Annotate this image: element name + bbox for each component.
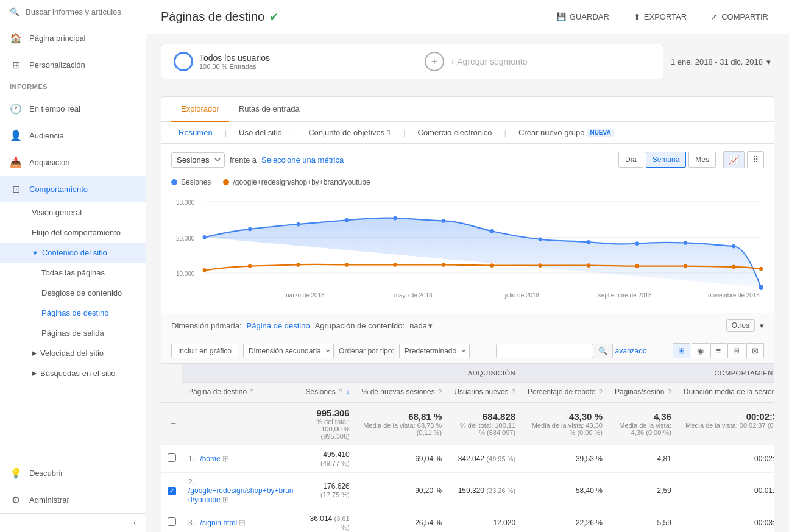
table-search-button[interactable]: 🔍 [593,344,613,358]
row3-page-link[interactable]: /signin.html [200,519,237,527]
row3-checkbox[interactable] [168,517,176,526]
sidebar-item-audience[interactable]: 👤 Audiencia [0,122,146,149]
svg-text:noviembre de 2018: noviembre de 2018 [708,291,760,299]
data-table: Adquisición Comportamiento Conversiones … [161,364,774,532]
sessions-col-header[interactable]: Sesiones ? ↓ [299,383,355,403]
verified-icon: ✔ [269,10,278,24]
reports-section-label: INFORMES [0,78,146,95]
sidebar-item-acquisition[interactable]: 📥 Adquisición [0,149,146,176]
chevron-right-icon: ▶ [32,349,37,357]
row3-new-sessions-cell: 26,54 % [356,509,448,532]
sub-tab-ecommerce[interactable]: Comercio electrónico [411,122,500,143]
share-button[interactable]: ↗ COMPARTIR [705,9,774,25]
grid-view-button[interactable]: ⊞ [673,343,690,358]
total-label-cell [182,402,299,445]
sub-tab-resumen[interactable]: Resumen [171,122,220,143]
sidebar-sub-item-site-content[interactable]: ▼ Contenido del sitio [0,243,146,263]
tab-rutas[interactable]: Rutas de entrada [229,97,310,122]
sub-tab-uso[interactable]: Uso del sitio [232,122,289,143]
svg-point-28 [635,264,639,268]
time-btn-week[interactable]: Semana [646,152,687,168]
row2-page-link[interactable]: /google+redesign/shop+by+brand/youtube [188,486,293,504]
vs-text: frente a [230,155,257,165]
row1-page-link[interactable]: /home [200,455,220,463]
chart-legend: Sesiones /google+redesign/shop+by+brand/… [161,176,774,191]
sort-type-dropdown[interactable]: Predeterminado [399,344,470,358]
total-new-sessions-sub: Media de la vista: 68,73 % (0,11 %) [362,422,442,436]
sidebar-nav-item-custom[interactable]: ⊞ Personalización [0,51,146,78]
sidebar-sub-item-flow[interactable]: Flujo del comportamiento [0,222,146,243]
sidebar-sub-item-overview[interactable]: Visión general [0,202,146,222]
behavior-icon: ⊡ [10,183,22,195]
pivot-view-button[interactable]: ⊟ [727,343,745,358]
row1-link-icon[interactable]: ⊞ [222,454,229,463]
total-pages-value: 4,36 [615,411,671,422]
sidebar-nav-item-home[interactable]: 🏠 Página principal [0,24,146,51]
primary-dim-value[interactable]: Página de destino [247,321,310,330]
tab-explorador[interactable]: Explorador [171,97,229,122]
row2-checkbox-checked[interactable]: ✓ [168,487,176,495]
others-chevron-icon: ▾ [760,321,764,330]
segment1[interactable]: Todos los usuarios 100,00 % Entradas [161,44,412,79]
sub-tab-newgroup[interactable]: Crear nuevo grupo NUEVA [511,122,621,143]
time-btn-month[interactable]: Mes [688,152,716,168]
svg-point-29 [684,264,687,268]
add-segment[interactable]: + + Agregar segmento [412,44,663,79]
sidebar-sub-sub-item-content-drill[interactable]: Desglose de contenido [0,283,146,303]
advanced-link[interactable]: avanzado [615,347,647,355]
total-bounce-cell: 43,30 % Media de la vista: 43,30 % (0,00… [522,402,609,445]
svg-point-20 [248,264,252,268]
svg-point-31 [759,267,763,271]
row1-new-sessions-cell: 69,04 % [356,445,448,472]
svg-point-26 [539,263,542,268]
behavior-header: Comportamiento [522,364,774,383]
row3-link-icon[interactable]: ⊞ [239,518,246,527]
bar-view-button[interactable]: ≡ [710,343,726,358]
admin-icon: ⚙ [10,494,22,506]
save-button[interactable]: 💾 GUARDAR [550,9,615,25]
tab-divider1: | [222,122,229,143]
sidebar-item-admin[interactable]: ⚙ Administrar [0,486,146,513]
sub-tab-objetivos[interactable]: Conjunto de objetivos 1 [301,122,398,143]
report-card: Explorador Rutas de entrada Resumen | Us… [161,96,774,532]
include-in-chart-button[interactable]: Incluir en gráfico [171,344,238,358]
sidebar-sub-sub-item-all-pages[interactable]: Todas las páginas [0,263,146,283]
export-label: EXPORTAR [644,12,687,21]
table-controls: Incluir en gráfico Dimensión secundaria … [161,338,774,364]
sidebar-sub-sub-item-exit[interactable]: Páginas de salida [0,323,146,343]
total-duration-value: 00:02:37 [684,411,774,422]
pie-view-button[interactable]: ◉ [692,343,709,358]
search-input[interactable] [26,7,136,16]
grouping-dropdown[interactable]: nada ▾ [409,321,433,330]
sidebar-item-behavior[interactable]: ⊡ Comportamiento [0,176,146,202]
acquisition-header: Adquisición [299,364,522,383]
bounce-label: Porcentaje de rebote [528,388,595,396]
metric-dropdown[interactable]: Sesiones [171,152,225,168]
chevron-down-icon: ▼ [32,249,38,257]
secondary-dim-dropdown[interactable]: Dimensión secundaria [243,344,334,358]
sidebar-sub-sub-item-landing[interactable]: Páginas de destino [0,303,146,323]
export-button[interactable]: ⬆ EXPORTAR [628,9,693,25]
svg-point-11 [442,219,445,223]
table-search-input[interactable] [496,344,593,358]
row1-checkbox[interactable] [168,453,176,462]
search-bar[interactable]: 🔍 [0,0,146,24]
sidebar-item-discover[interactable]: 💡 Descubrir [0,459,146,486]
svg-point-19 [203,268,207,272]
others-dropdown[interactable]: Otros [726,319,755,332]
sidebar-item-realtime[interactable]: 🕐 En tiempo real [0,95,146,122]
scatter-chart-btn[interactable]: ⠿ [747,151,764,168]
new-sessions-label: % de nuevas sesiones [362,388,435,396]
minus-icon[interactable]: − [171,418,176,428]
time-btn-day[interactable]: Día [618,152,643,168]
date-range[interactable]: 1 ene. 2018 - 31 dic. 2018 ▾ [671,57,774,66]
row2-link-icon[interactable]: ⊞ [222,495,229,504]
pages-session-help-icon: ? [668,388,671,395]
sidebar-sub-item-speed[interactable]: ▶ Velocidad del sitio [0,343,146,363]
svg-point-24 [442,263,445,267]
collapse-button[interactable]: ‹ [0,513,146,532]
select-metric-link[interactable]: Seleccione una métrica [261,155,344,165]
custom-view-button[interactable]: ⊠ [746,343,764,358]
sidebar-sub-item-search[interactable]: ▶ Búsquedas en el sitio [0,363,146,383]
line-chart-btn[interactable]: 📈 [723,151,745,168]
